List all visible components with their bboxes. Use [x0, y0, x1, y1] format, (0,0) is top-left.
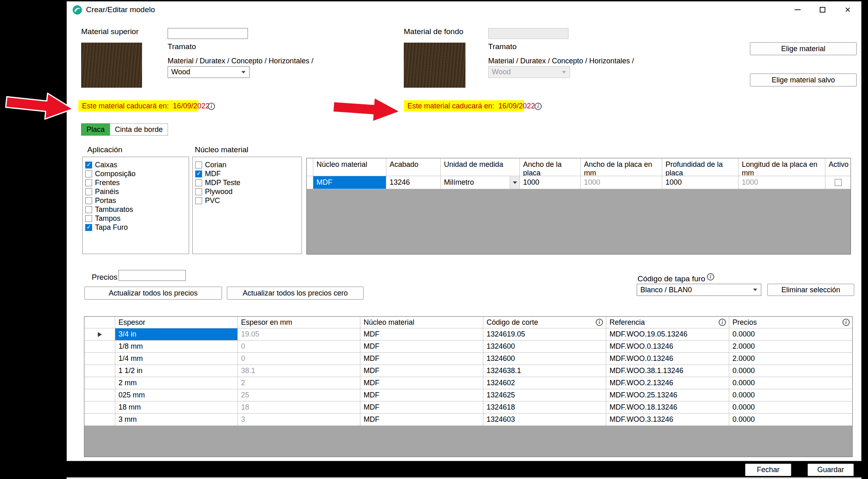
cell-codigo-corte[interactable]: 1324600: [483, 353, 606, 365]
list-item-plywood[interactable]: Plywood: [194, 187, 302, 196]
checkbox[interactable]: [85, 197, 92, 204]
column-header[interactable]: Longitud de la placa en mm: [739, 158, 825, 176]
checkbox[interactable]: [195, 197, 202, 204]
cell-nucleo[interactable]: MDF: [360, 401, 483, 414]
row-selector[interactable]: [84, 353, 115, 365]
cell-precios[interactable]: 0.0000: [729, 365, 853, 377]
elige-material-button[interactable]: Elige material: [750, 42, 857, 55]
column-header[interactable]: Precios: [729, 317, 853, 328]
cell-nucleo[interactable]: MDF: [360, 389, 483, 401]
checkbox[interactable]: [85, 162, 92, 168]
cell-nucleo[interactable]: MDF: [360, 365, 483, 377]
column-header[interactable]: Ancho de la placa en mm: [581, 158, 662, 176]
column-header[interactable]: Referencia: [606, 317, 729, 328]
cell-codigo-corte[interactable]: 1324602: [483, 377, 606, 389]
info-icon-codigo-corte[interactable]: [596, 319, 603, 326]
cell-referencia[interactable]: MDF.WOO.18.13246: [606, 401, 729, 414]
cell-espesor[interactable]: 2 mm: [115, 377, 238, 389]
list-item-frentes[interactable]: Frentes: [84, 178, 189, 187]
row-selector[interactable]: [307, 176, 313, 189]
cell-espesor[interactable]: 18 mm: [115, 401, 238, 414]
cell-nucleo[interactable]: MDF: [360, 377, 483, 389]
checkbox[interactable]: [835, 179, 842, 186]
checkbox[interactable]: [195, 188, 202, 195]
checkbox[interactable]: [195, 179, 202, 186]
row-selector[interactable]: [84, 365, 115, 377]
cell-precios[interactable]: 0.0000: [729, 377, 853, 389]
maximize-button[interactable]: [810, 2, 835, 18]
info-icon-expiry-right[interactable]: [534, 103, 542, 110]
column-header[interactable]: Activo: [825, 158, 851, 176]
checkbox[interactable]: [85, 179, 92, 186]
column-header[interactable]: Núcleo material: [360, 317, 483, 328]
row-selector[interactable]: [84, 414, 115, 426]
info-icon-tapa-furo[interactable]: [707, 273, 714, 280]
actualizar-precios-button[interactable]: Actualizar todos los precios: [84, 287, 222, 300]
cell-espesor[interactable]: 1 1/2 in: [115, 365, 238, 377]
fechar-button[interactable]: Fechar: [745, 464, 791, 476]
list-item-tampos[interactable]: Tampos: [84, 214, 189, 223]
checkbox[interactable]: [85, 188, 92, 195]
info-icon-expiry-left[interactable]: [208, 103, 215, 110]
row-selector[interactable]: [84, 401, 115, 414]
cell-precios[interactable]: 2.0000: [729, 341, 853, 353]
checkbox[interactable]: [85, 215, 92, 222]
column-header[interactable]: Espesor: [115, 317, 238, 328]
cell-espesor[interactable]: 1/8 mm: [115, 341, 238, 353]
cell-referencia[interactable]: MDF.WOO.19.05.13246: [606, 328, 729, 341]
actualizar-precios-cero-button[interactable]: Actualizar todos los precios cero: [227, 287, 364, 300]
cell-codigo-corte[interactable]: 1324638.1: [483, 365, 606, 377]
cell-codigo-corte[interactable]: 1324600: [483, 341, 606, 353]
column-header[interactable]: Código de corte: [483, 317, 606, 328]
cell-espesor[interactable]: 025 mm: [115, 389, 238, 401]
list-item-portas[interactable]: Portas: [84, 196, 189, 205]
material-fondo-swatch[interactable]: [404, 43, 465, 88]
tab-placa[interactable]: Placa: [81, 123, 110, 136]
cell-codigo-corte[interactable]: 1324618: [483, 401, 606, 414]
checkbox[interactable]: [195, 170, 202, 177]
list-item-paineis[interactable]: Painéis: [84, 187, 189, 196]
material-superior-code-input[interactable]: [168, 28, 248, 39]
cell-referencia[interactable]: MDF.WOO.0.13246: [606, 353, 729, 365]
checkbox[interactable]: [195, 162, 202, 168]
info-icon-precios[interactable]: [842, 319, 850, 326]
cell-ancho-placa[interactable]: 1000: [520, 176, 581, 189]
cell-nucleo[interactable]: MDF: [360, 341, 483, 353]
cell-precios[interactable]: 0.0000: [729, 401, 853, 414]
list-item-tamburatos[interactable]: Tamburatos: [84, 205, 189, 214]
column-header[interactable]: Profundidad de la placa: [662, 158, 739, 176]
tab-cinta-de-borde[interactable]: Cinta de borde: [110, 123, 168, 136]
cell-dropdown-button[interactable]: [510, 176, 519, 189]
row-selector[interactable]: [84, 389, 115, 401]
info-icon-referencia[interactable]: [719, 319, 726, 326]
material-superior-swatch[interactable]: [81, 43, 142, 88]
eliminar-seleccion-button[interactable]: Eliminar selección: [767, 284, 854, 296]
cell-profundidad-placa[interactable]: 1000: [662, 176, 739, 189]
checkbox[interactable]: [85, 224, 92, 231]
column-header[interactable]: Núcleo material: [313, 158, 386, 176]
nucleo-listbox[interactable]: Corian MDF MDP Teste Plywood PVC: [192, 157, 302, 254]
list-item-pvc[interactable]: PVC: [194, 196, 302, 205]
list-item-mdp-teste[interactable]: MDP Teste: [194, 178, 302, 187]
cell-precios[interactable]: 0.0000: [729, 328, 853, 341]
column-header[interactable]: Espesor en mm: [238, 317, 360, 328]
cell-nucleo[interactable]: MDF: [360, 414, 483, 426]
row-selector[interactable]: [84, 328, 115, 341]
material-left-dropdown[interactable]: Wood: [168, 66, 250, 78]
guardar-button[interactable]: Guardar: [808, 464, 854, 476]
elige-material-salvo-button[interactable]: Elige material salvo: [750, 73, 857, 86]
cell-espesor[interactable]: 1/4 mm: [115, 353, 238, 365]
cell-precios[interactable]: 0.0000: [729, 414, 853, 426]
close-button[interactable]: ×: [835, 2, 860, 18]
tapa-furo-dropdown[interactable]: Blanco / BLAN0: [637, 284, 761, 296]
list-item-composicao[interactable]: Composição: [84, 169, 189, 178]
cell-codigo-corte[interactable]: 1324625: [483, 389, 606, 401]
checkbox[interactable]: [85, 170, 92, 177]
cell-referencia[interactable]: MDF.WOO.25.13246: [606, 389, 729, 401]
cell-referencia[interactable]: MDF.WOO.3.13246: [606, 414, 729, 426]
row-selector[interactable]: [84, 341, 115, 353]
list-item-mdf[interactable]: MDF: [194, 169, 302, 178]
column-header[interactable]: Ancho de la placa: [520, 158, 581, 176]
cell-referencia[interactable]: MDF.WOO.0.13246: [606, 341, 729, 353]
minimize-button[interactable]: [785, 2, 810, 18]
